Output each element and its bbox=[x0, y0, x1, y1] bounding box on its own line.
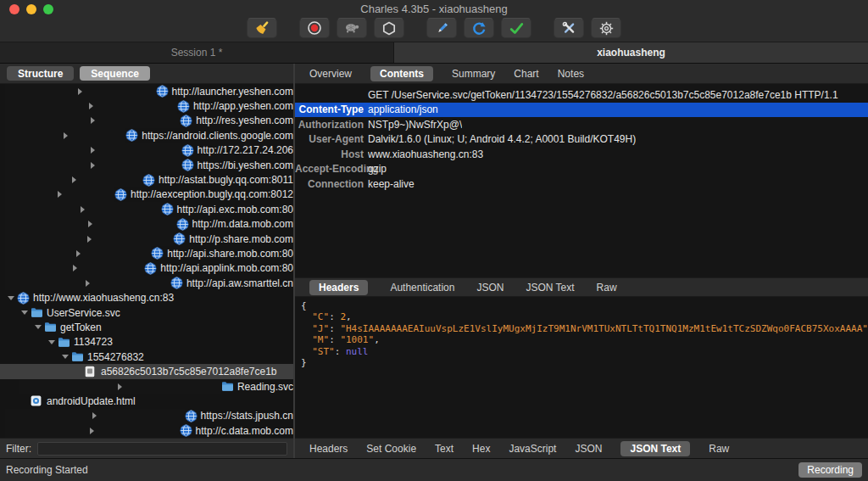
disclosure-collapsed-icon[interactable] bbox=[19, 379, 221, 394]
disclosure-collapsed-icon[interactable] bbox=[5, 276, 170, 290]
tab-notes[interactable]: Notes bbox=[558, 66, 584, 81]
request-tab-headers[interactable]: Headers bbox=[309, 280, 368, 295]
disclosure-collapsed-icon[interactable] bbox=[5, 98, 177, 113]
disclosure-collapsed-icon[interactable] bbox=[5, 158, 181, 172]
header-row[interactable]: Content-Typeapplication/json bbox=[295, 103, 868, 118]
tree-row[interactable]: http://launcher.yeshen.com bbox=[0, 84, 293, 98]
disclosure-expanded-icon[interactable] bbox=[5, 290, 17, 305]
response-tab-text[interactable]: Text bbox=[435, 441, 453, 456]
tree-row[interactable]: http://app.yeshen.com bbox=[0, 98, 293, 113]
response-tab-set-cookie[interactable]: Set Cookie bbox=[366, 441, 416, 456]
disclosure-collapsed-icon[interactable] bbox=[5, 128, 125, 143]
disclosure-collapsed-icon[interactable] bbox=[5, 232, 173, 246]
tree-row-label: http://api.share.mob.com:80 bbox=[167, 248, 293, 260]
request-line-row[interactable]: GET /UserService.svc/getToken/1134723/15… bbox=[295, 87, 868, 103]
close-button[interactable] bbox=[9, 4, 19, 14]
header-row[interactable]: Hostwww.xiaohuasheng.cn:83 bbox=[295, 147, 868, 162]
minimize-button[interactable] bbox=[26, 4, 36, 14]
record-button[interactable] bbox=[299, 18, 330, 38]
disclosure-collapsed-icon[interactable] bbox=[5, 187, 114, 202]
disclosure-collapsed-icon[interactable] bbox=[5, 114, 180, 128]
disclosure-expanded-icon[interactable] bbox=[46, 335, 58, 350]
filter-bar: Filter: bbox=[0, 438, 293, 458]
tab-contents[interactable]: Contents bbox=[370, 66, 433, 81]
tree-row[interactable]: http://www.xiaohuasheng.cn:83 bbox=[0, 290, 293, 305]
tab-summary[interactable]: Summary bbox=[452, 66, 495, 81]
session-tab-xiaohuasheng[interactable]: xiaohuasheng bbox=[394, 42, 868, 63]
globe-icon bbox=[181, 159, 198, 171]
zoom-button[interactable] bbox=[43, 4, 53, 14]
globe-icon bbox=[156, 85, 172, 98]
breakpoints-button[interactable] bbox=[374, 18, 404, 38]
disclosure-collapsed-icon[interactable] bbox=[5, 172, 142, 187]
request-tab-raw[interactable]: Raw bbox=[597, 280, 617, 295]
tree-row[interactable]: 1554276832 bbox=[0, 350, 293, 364]
validate-button[interactable] bbox=[501, 18, 531, 38]
tree-row[interactable]: http://astat.bugly.qq.com:8011 bbox=[0, 172, 293, 187]
request-tab-authentication[interactable]: Authentication bbox=[390, 280, 454, 295]
tree-row[interactable]: Reading.svc bbox=[0, 379, 293, 394]
response-tab-raw[interactable]: Raw bbox=[709, 441, 729, 456]
header-row[interactable]: AuthorizationNSTp9~)NwSfrXp@\ bbox=[295, 117, 868, 132]
tree-row[interactable]: UserService.svc bbox=[0, 305, 293, 320]
tree-row[interactable]: https://bi.yeshen.com bbox=[0, 158, 293, 172]
throttle-button[interactable] bbox=[337, 18, 367, 38]
disclosure-expanded-icon[interactable] bbox=[59, 350, 71, 364]
recording-badge[interactable]: Recording bbox=[798, 462, 862, 478]
tree-row[interactable]: http://aexception.bugly.qq.com:8012 bbox=[0, 187, 293, 202]
tree-row[interactable]: http://m.data.mob.com bbox=[0, 217, 293, 232]
json-line: "M": "1001", bbox=[301, 334, 868, 345]
response-tab-json-text[interactable]: JSON Text bbox=[620, 441, 690, 456]
session-tab-session-1[interactable]: Session 1 * bbox=[0, 42, 394, 63]
globe-icon bbox=[142, 174, 159, 187]
repeat-button[interactable] bbox=[464, 18, 494, 38]
response-tab-javascript[interactable]: JavaScript bbox=[509, 441, 556, 456]
tree-row[interactable]: http://res.yeshen.com bbox=[0, 114, 293, 128]
disclosure-expanded-icon[interactable] bbox=[19, 305, 31, 320]
disclosure-collapsed-icon[interactable] bbox=[5, 202, 161, 216]
response-tab-hex[interactable]: Hex bbox=[472, 441, 490, 456]
tree-row[interactable]: 1134723 bbox=[0, 335, 293, 350]
filter-input[interactable] bbox=[37, 442, 287, 456]
response-tab-json[interactable]: JSON bbox=[575, 441, 602, 456]
disclosure-collapsed-icon[interactable] bbox=[5, 261, 144, 276]
clear-session-button[interactable] bbox=[247, 18, 277, 38]
tree-row[interactable]: http://api.applink.mob.com:80 bbox=[0, 261, 293, 276]
tree-row[interactable]: http://api.share.mob.com:80 bbox=[0, 246, 293, 260]
compose-button[interactable] bbox=[426, 18, 457, 38]
tree-row[interactable]: https://stats.jpush.cn bbox=[0, 409, 293, 423]
tree-row[interactable]: http://p.share.mob.com bbox=[0, 232, 293, 246]
tree-row[interactable]: http://172.217.24.206 bbox=[0, 143, 293, 158]
tree-row[interactable]: androidUpdate.html bbox=[0, 394, 293, 408]
disclosure-collapsed-icon[interactable] bbox=[5, 246, 151, 260]
request-tab-json[interactable]: JSON bbox=[476, 280, 504, 295]
header-row[interactable]: Connectionkeep-alive bbox=[295, 176, 868, 192]
header-row[interactable]: Accept-Encodinggzip bbox=[295, 162, 868, 177]
tab-overview[interactable]: Overview bbox=[309, 66, 352, 81]
tree-row[interactable]: https://android.clients.google.com bbox=[0, 128, 293, 143]
tree-row-label: 1554276832 bbox=[87, 351, 144, 363]
disclosure-collapsed-icon[interactable] bbox=[5, 217, 176, 232]
tree-row[interactable]: http://api.exc.mob.com:80 bbox=[0, 202, 293, 216]
disclosure-collapsed-icon[interactable] bbox=[5, 409, 185, 423]
folder-icon bbox=[44, 322, 60, 333]
tree-row[interactable]: http://api.aw.smarttel.cn bbox=[0, 276, 293, 290]
tree-row[interactable]: a56826c5013b7c5c85e7012a8fe7ce1b bbox=[0, 364, 293, 378]
detail-tabs: OverviewContentsSummaryChartNotes bbox=[295, 64, 868, 84]
header-name: Connection bbox=[295, 178, 364, 190]
disclosure-collapsed-icon[interactable] bbox=[5, 84, 156, 98]
header-row[interactable]: User-AgentDalvik/1.6.0 (Linux; U; Androi… bbox=[295, 132, 868, 148]
disclosure-expanded-icon[interactable] bbox=[32, 320, 44, 334]
tree-row-label: http://app.yeshen.com bbox=[193, 100, 293, 112]
request-tab-json-text[interactable]: JSON Text bbox=[526, 280, 574, 295]
tab-chart[interactable]: Chart bbox=[514, 66, 538, 81]
disclosure-collapsed-icon[interactable] bbox=[5, 423, 180, 438]
tree-row[interactable]: http://c.data.mob.com bbox=[0, 423, 293, 438]
structure-button[interactable]: Structure bbox=[7, 66, 74, 81]
response-tab-headers[interactable]: Headers bbox=[309, 441, 348, 456]
sequence-button[interactable]: Sequence bbox=[80, 66, 150, 81]
tree-row[interactable]: getToken bbox=[0, 320, 293, 334]
tools-button[interactable] bbox=[554, 18, 584, 38]
disclosure-collapsed-icon[interactable] bbox=[5, 143, 181, 158]
settings-button[interactable] bbox=[591, 18, 621, 38]
